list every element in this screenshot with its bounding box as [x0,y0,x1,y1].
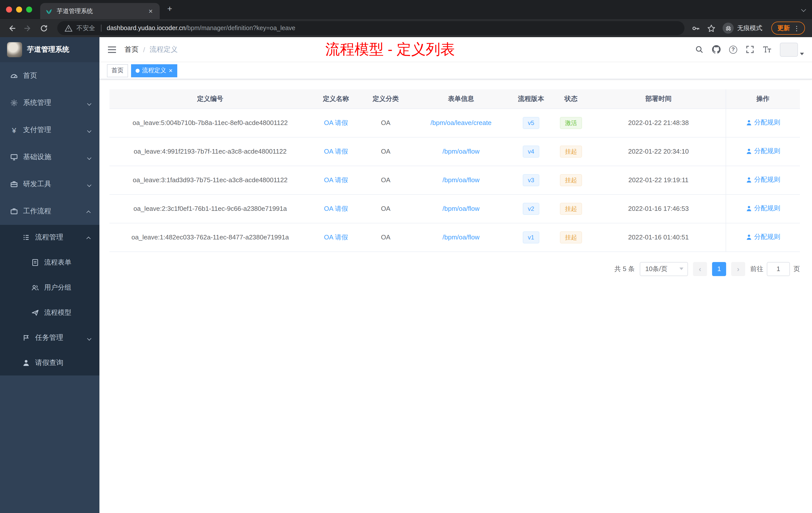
sidebar-item-workflow[interactable]: 工作流程 [0,198,99,225]
assign-rule-label: 分配规则 [754,147,780,156]
font-size-icon[interactable] [763,45,771,54]
browser-tab[interactable]: 芋道管理系统 [40,3,160,19]
cell-deploy-time: 2022-01-16 01:40:51 [591,223,726,251]
assign-rule-button[interactable]: 分配规则 [746,147,780,156]
definition-table: 定义编号 定义名称 定义分类 表单信息 流程版本 状态 部署时间 操作 oa_l [110,89,800,252]
address-bar[interactable]: 不安全 dashboard.yudao.iocoder.cn/bpm/manag… [57,21,685,35]
tag-process-definition[interactable]: 流程定义 [131,64,177,77]
new-tab-button[interactable] [164,3,176,16]
search-icon[interactable] [695,45,703,54]
reload-icon[interactable] [37,22,50,35]
fullscreen-icon[interactable] [746,45,754,54]
sidebar-item-home[interactable]: 首页 [0,62,99,89]
sidebar-menu: 首页 系统管理 支付管理 [0,62,99,513]
col-actions: 操作 [726,89,800,109]
top-navbar: 首页 流程定义 流程模型 - 定义列表 [99,37,812,62]
page-size-select[interactable]: 10条/页 [640,262,688,276]
page-number-button[interactable]: 1 [712,262,726,276]
sidebar-item-user-group[interactable]: 用户分组 [0,275,99,300]
list-tree-icon [22,233,30,241]
form-link[interactable]: /bpm/oa/flow [442,233,479,241]
table-row: oa_leave:5:004b710b-7b8a-11ec-8ef0-acde4… [110,109,800,137]
col-status: 状态 [550,89,591,109]
sidebar-item-leave-query[interactable]: 请假查询 [0,350,99,375]
sidebar-collapse-icon[interactable] [108,45,116,54]
sidebar-item-infrastructure[interactable]: 基础设施 [0,144,99,171]
sidebar-item-system-management[interactable]: 系统管理 [0,89,99,117]
form-link[interactable]: /bpm/oa/leave/create [431,119,492,126]
definition-name-link[interactable]: OA 请假 [324,233,348,241]
definition-name-link[interactable]: OA 请假 [324,147,348,155]
assign-rule-label: 分配规则 [754,204,780,213]
app-logo: 芋道管理系统 [0,37,99,62]
sidebar-item-process-management[interactable]: 流程管理 [0,225,99,250]
user-avatar[interactable] [780,42,798,57]
tag-close-icon[interactable] [169,67,173,74]
chevron-down-icon [87,180,90,188]
col-definition-name: 定义名称 [311,89,361,109]
cell-category: OA [361,223,410,251]
paper-plane-icon [31,309,39,317]
user-menu[interactable] [780,42,804,57]
main-panel: 首页 流程定义 流程模型 - 定义列表 [99,37,812,513]
tab-title: 芋道管理系统 [57,7,143,15]
definition-name-link[interactable]: OA 请假 [324,205,348,212]
browser-menu-icon[interactable] [793,25,800,31]
assign-rule-button[interactable]: 分配规则 [746,233,780,242]
tab-search-chevron-icon[interactable] [794,8,812,11]
form-link[interactable]: /bpm/oa/flow [442,205,479,212]
browser-update-button[interactable]: 更新 [771,22,805,35]
sidebar-item-label: 用户分组 [44,283,71,292]
url-text[interactable]: dashboard.yudao.iocoder.cn/bpm/manager/d… [107,25,295,32]
col-deploy-time: 部署时间 [591,89,726,109]
person-icon [746,148,752,155]
definition-name-link[interactable]: OA 请假 [324,119,348,126]
version-badge: v3 [523,174,539,186]
bookmark-star-icon[interactable] [707,24,716,32]
goto-page-input[interactable] [767,262,790,276]
table-row: oa_leave:3:1fad3d93-7b75-11ec-a3c8-acde4… [110,165,800,194]
users-icon [31,283,39,292]
definition-name-link[interactable]: OA 请假 [324,176,348,183]
cell-deploy-time: 2022-01-22 21:48:38 [591,109,726,137]
sidebar-item-payment-management[interactable]: 支付管理 [0,117,99,144]
sidebar-item-label: 流程管理 [35,233,63,242]
table-header-row: 定义编号 定义名称 定义分类 表单信息 流程版本 状态 部署时间 操作 [110,89,800,109]
assign-rule-button[interactable]: 分配规则 [746,175,780,184]
page-content: 定义编号 定义名称 定义分类 表单信息 流程版本 状态 部署时间 操作 oa_l [99,79,812,513]
github-icon[interactable] [712,45,721,54]
help-icon[interactable] [729,46,737,54]
person-icon [746,205,752,212]
tab-close-icon[interactable] [147,7,155,15]
security-label[interactable]: 不安全 [76,24,95,32]
cell-definition-id: oa_leave:3:1fad3d93-7b75-11ec-a3c8-acde4… [110,165,311,194]
sidebar-item-process-form[interactable]: 流程表单 [0,250,99,275]
prev-page-button[interactable] [693,262,707,276]
next-page-button[interactable] [731,262,745,276]
sidebar-item-label: 研发工具 [23,180,51,189]
back-icon[interactable] [5,22,18,35]
sidebar-item-task-management[interactable]: 任务管理 [0,325,99,350]
update-label: 更新 [777,24,790,32]
sidebar-item-process-model[interactable]: 流程模型 [0,300,99,325]
sidebar-item-label: 流程表单 [44,258,71,267]
forward-icon[interactable] [21,22,34,35]
zoom-window-button[interactable] [26,6,32,12]
cell-category: OA [361,165,410,194]
form-link[interactable]: /bpm/oa/flow [442,176,479,184]
breadcrumb-home[interactable]: 首页 [124,45,139,54]
assign-rule-button[interactable]: 分配规则 [746,118,780,127]
sidebar-item-dev-tools[interactable]: 研发工具 [0,171,99,198]
breadcrumb: 首页 流程定义 [124,45,178,54]
tag-home[interactable]: 首页 [107,64,128,77]
password-key-icon[interactable] [692,24,700,32]
status-badge: 挂起 [560,231,582,243]
form-link[interactable]: /bpm/oa/flow [442,148,479,155]
close-window-button[interactable] [6,6,12,12]
security-warning-icon[interactable] [64,24,73,32]
active-dot-icon [136,68,140,72]
minimize-window-button[interactable] [16,6,22,12]
assign-rule-button[interactable]: 分配规则 [746,204,780,213]
status-badge: 激活 [560,117,582,129]
tag-label: 流程定义 [142,66,166,75]
